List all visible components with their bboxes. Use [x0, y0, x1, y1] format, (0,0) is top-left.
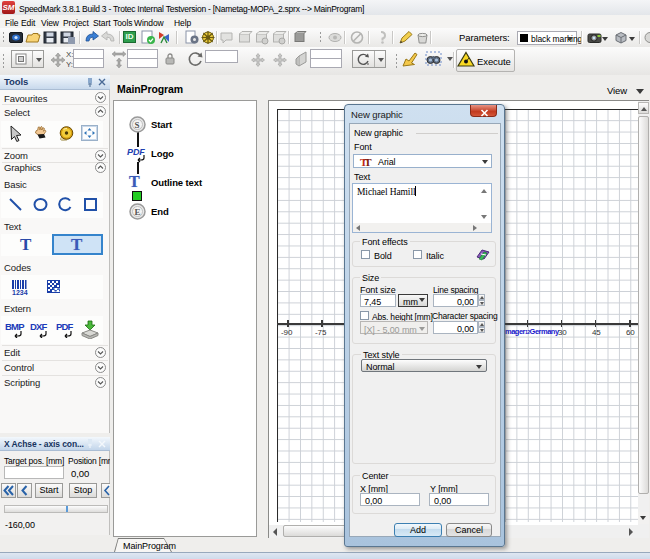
svg-text:E: E	[135, 207, 141, 217]
svg-text:S: S	[135, 120, 140, 130]
svg-text:123: 123	[53, 287, 61, 293]
svg-text:1234: 1234	[12, 289, 28, 295]
